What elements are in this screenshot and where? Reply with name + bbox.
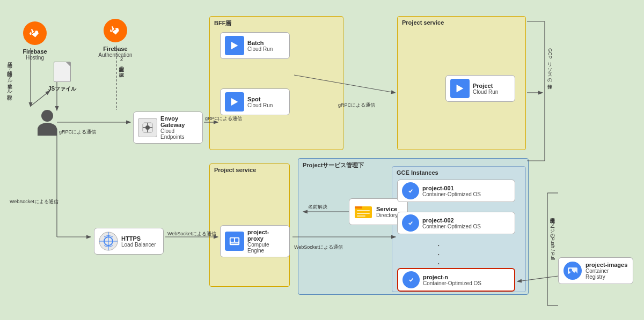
grpc-user-text: gRPCによる通信 — [59, 129, 96, 136]
envoy-name: Envoy Gateway — [160, 115, 198, 128]
project-proxy-icon — [225, 232, 244, 251]
project-001-sub: Container-Optimized OS — [422, 191, 481, 197]
svg-point-22 — [406, 187, 415, 196]
auth-verify-text: ２．認証情報の確認 — [118, 54, 125, 69]
firebase-hosting-sub: Hosting — [23, 55, 47, 61]
grpc-project-text: gRPCによる通信 — [338, 102, 375, 109]
batch-name: Batch — [247, 40, 273, 46]
service-dir-sub: Directory — [376, 212, 398, 218]
project-cr-icon — [450, 79, 470, 98]
svg-point-1 — [145, 125, 150, 130]
project-n-sub: Container-Optimized OS — [423, 280, 481, 286]
https-lb-sub: Load Balancer — [121, 242, 156, 248]
project-002-name: project-002 — [422, 217, 481, 224]
project-002-sub: Container-Optimized OS — [422, 224, 481, 229]
firebase-auth-sub: Authentication — [98, 52, 132, 58]
project-n: project-n Container-Optimized OS — [397, 268, 515, 292]
https-lb: HTTPS Load Balancer — [94, 228, 164, 255]
svg-rect-19 — [357, 210, 370, 211]
svg-marker-6 — [231, 42, 238, 50]
envoy-sub: Cloud Endpoints — [160, 128, 198, 140]
user-person — [38, 110, 57, 136]
firebase-hosting-name: Firebase — [23, 48, 47, 55]
push-pull-text: 開発環境用イメージの Push / Pull — [549, 214, 556, 261]
spot-cloud-run: Spot Cloud Run — [220, 88, 290, 115]
svg-line-30 — [31, 91, 49, 106]
https-lb-icon — [99, 232, 118, 251]
firebase-auth-name: Firebase — [98, 46, 132, 52]
batch-sub: Cloud Run — [247, 46, 273, 52]
bff-label: BFF層 — [214, 19, 231, 27]
project-managed-label: Projectサービス管理下 — [303, 161, 364, 169]
websocket-lb-text: WebSocketによる通信 — [167, 230, 216, 237]
service-dir-icon — [354, 202, 373, 221]
project-n-name: project-n — [423, 274, 481, 280]
grpc-bff-text: gRPCによる通信 — [205, 115, 242, 122]
gce-instances-label: GCE Instances — [397, 169, 438, 176]
websocket-proxy-text: WebSocketによる通信 — [294, 244, 343, 251]
project-service-top-label: Project service — [402, 19, 444, 26]
batch-icon — [225, 36, 244, 55]
project-proxy-name: project-proxy — [247, 229, 285, 242]
spot-icon — [225, 92, 244, 111]
project-cr-sub: Cloud Run — [473, 89, 498, 95]
person-head — [41, 110, 53, 122]
svg-marker-7 — [231, 98, 238, 106]
svg-rect-14 — [231, 239, 234, 242]
spot-name: Spot — [247, 96, 273, 102]
project-images-icon — [563, 261, 582, 280]
batch-cloud-run: Batch Cloud Run — [220, 32, 290, 59]
project-cloud-run: Project Cloud Run — [445, 75, 515, 102]
firebase-hosting-icon — [23, 21, 47, 45]
diagram: BFF層 Project service Project service Pro… — [5, 5, 639, 315]
service-dir-name: Service — [376, 206, 398, 212]
project-images-sub: Container Registry — [586, 268, 628, 280]
svg-rect-16 — [231, 243, 239, 244]
svg-marker-8 — [457, 85, 464, 93]
js-file-icon — [54, 62, 71, 82]
js-file: JSファイル — [48, 62, 76, 93]
project-001: project-001 Container-Optimized OS — [397, 180, 515, 202]
firebase-hosting: Firebase Hosting — [16, 21, 54, 61]
firebase-auth: Firebase Authentication — [94, 19, 137, 58]
envoy-icon — [138, 118, 157, 137]
envoy-gateway: Envoy Gateway Cloud Endpoints — [133, 111, 203, 144]
project-service-bottom-label: Project service — [214, 167, 256, 173]
project-cr-name: Project — [473, 83, 498, 89]
js-file-name: JSファイル — [48, 85, 76, 93]
project-001-name: project-001 — [422, 185, 481, 191]
project-n-icon — [402, 271, 420, 288]
svg-point-23 — [406, 219, 415, 228]
websocket-user-text: WebSocketによる通信 — [10, 198, 58, 205]
project-proxy: project-proxy Compute Engine — [220, 225, 290, 257]
svg-rect-15 — [235, 239, 238, 242]
svg-rect-21 — [357, 215, 365, 217]
dots-separator: ・・・ — [435, 241, 442, 268]
https-lb-name: HTTPS — [121, 235, 156, 242]
project-proxy-sub: Compute Engine — [247, 242, 285, 254]
static-file-text: 静的ファイル取得 — [6, 59, 13, 80]
project-002-icon — [402, 214, 419, 232]
name-resolve-text: 名前解決 — [308, 204, 327, 211]
spot-sub: Cloud Run — [247, 102, 273, 108]
person-body — [38, 123, 57, 136]
svg-point-24 — [407, 276, 416, 285]
project-images: project-images Container Registry — [558, 257, 633, 284]
svg-rect-18 — [355, 206, 362, 209]
svg-rect-20 — [357, 213, 370, 214]
project-images-name: project-images — [586, 262, 628, 268]
project-001-icon — [402, 182, 419, 199]
project-002: project-002 Container-Optimized OS — [397, 212, 515, 234]
gcp-ops-text: GCPリソースの操作 — [546, 48, 553, 80]
firebase-auth-icon — [104, 19, 127, 42]
